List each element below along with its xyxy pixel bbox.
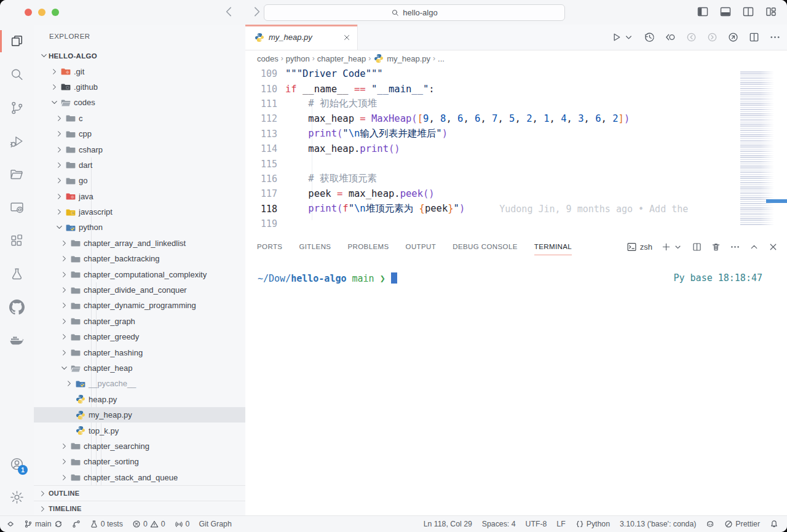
tree-item-chapter-heap[interactable]: chapter_heap xyxy=(34,360,245,376)
statusbar-git-graph[interactable]: Git Graph xyxy=(199,520,231,528)
statusbar-remote[interactable] xyxy=(6,520,15,528)
split-editor-button[interactable] xyxy=(748,31,760,43)
activity-explorer[interactable] xyxy=(0,25,34,58)
panel-tab-output[interactable]: OUTPUT xyxy=(406,234,437,259)
tree-item-cpp[interactable]: cpp xyxy=(34,126,245,141)
breadcrumb-item[interactable]: chapter_heap xyxy=(317,54,366,63)
statusbar-feedback[interactable]: 0 xyxy=(175,520,190,528)
tree-item-go[interactable]: go xyxy=(34,173,245,188)
activity-folder[interactable] xyxy=(0,157,34,191)
tree-item--pycache-[interactable]: __pycache__ xyxy=(34,376,245,391)
tree-item-chapter-array-and-linkedlist[interactable]: chapter_array_and_linkedlist xyxy=(34,236,245,251)
activity-docker[interactable] xyxy=(0,324,34,357)
customize-layout-icon[interactable] xyxy=(765,6,777,18)
close-window-button[interactable] xyxy=(25,9,32,16)
minimize-window-button[interactable] xyxy=(38,9,45,16)
breadcrumb-item[interactable]: codes xyxy=(257,54,279,63)
tree-item-chapter-graph[interactable]: chapter_graph xyxy=(34,314,245,329)
previous-change-button[interactable] xyxy=(686,31,697,43)
activity-remote-explorer[interactable] xyxy=(0,191,34,224)
zoom-window-button[interactable] xyxy=(52,9,59,16)
kill-terminal-button[interactable] xyxy=(711,242,721,252)
tree-item-chapter-divide-and-conquer[interactable]: chapter_divide_and_conquer xyxy=(34,282,245,298)
source-control-icon xyxy=(9,100,25,116)
new-terminal-button[interactable] xyxy=(661,242,683,252)
statusbar-encoding[interactable]: UTF-8 xyxy=(526,520,547,528)
toggle-panel-icon[interactable] xyxy=(719,6,732,18)
panel-tab-ports[interactable]: PORTS xyxy=(257,234,282,259)
panel-tab-gitlens[interactable]: GITLENS xyxy=(299,234,331,259)
tree-item-c[interactable]: c xyxy=(34,111,245,126)
activity-testing[interactable] xyxy=(0,257,34,290)
navigate-forward-icon[interactable] xyxy=(250,5,263,18)
close-panel-button[interactable] xyxy=(768,242,778,252)
tab-my-heap[interactable]: my_heap.py xyxy=(245,25,358,50)
statusbar-tests[interactable]: 0 tests xyxy=(90,520,123,528)
next-change-button[interactable] xyxy=(706,31,718,43)
terminal[interactable]: ~/Dow/hello-algo main ❯ Py base 18:18:47 xyxy=(245,259,787,284)
tree-item--github[interactable]: .github xyxy=(34,79,245,95)
tree-item-csharp[interactable]: csharp xyxy=(34,141,245,157)
terminal-more-actions-button[interactable] xyxy=(730,242,740,252)
maximize-panel-button[interactable] xyxy=(749,242,759,252)
activity-extensions[interactable] xyxy=(0,224,34,257)
panel-tab-debug-console[interactable]: DEBUG CONSOLE xyxy=(453,234,518,259)
tree-item-chapter-searching[interactable]: chapter_searching xyxy=(34,439,245,454)
tree-item-java[interactable]: java xyxy=(34,189,245,204)
activity-search[interactable] xyxy=(0,58,34,91)
toggle-sidebar-icon[interactable] xyxy=(697,6,709,18)
tree-item-chapter-sorting[interactable]: chapter_sorting xyxy=(34,454,245,469)
statusbar-notifications[interactable] xyxy=(770,520,778,528)
tree-item-chapter-stack-and-queue[interactable]: chapter_stack_and_queue xyxy=(34,470,245,485)
statusbar-prettier[interactable]: Prettier xyxy=(724,520,760,528)
tree-item-chapter-backtracking[interactable]: chapter_backtracking xyxy=(34,251,245,266)
statusbar-cursor-position[interactable]: Ln 118, Col 29 xyxy=(424,520,472,528)
activity-settings[interactable] xyxy=(0,480,34,514)
tree-item-codes[interactable]: codes xyxy=(34,95,245,110)
split-editor-icon[interactable] xyxy=(742,6,754,18)
statusbar-branch[interactable]: main xyxy=(24,520,63,528)
minimap[interactable] xyxy=(735,69,787,232)
breadcrumb-item[interactable]: my_heap.py xyxy=(373,54,430,64)
split-terminal-button[interactable] xyxy=(692,242,702,252)
panel-tab-problems[interactable]: PROBLEMS xyxy=(347,234,389,259)
statusbar-copilot[interactable] xyxy=(706,520,714,528)
statusbar-python-interpreter[interactable]: 3.10.13 ('base': conda) xyxy=(620,520,696,528)
open-revision-button[interactable] xyxy=(727,31,739,43)
activity-run-debug[interactable] xyxy=(0,124,34,157)
tree-item-python[interactable]: python xyxy=(34,220,245,235)
close-tab-icon[interactable] xyxy=(342,33,351,42)
statusbar-eol[interactable]: LF xyxy=(556,520,565,528)
activity-github[interactable] xyxy=(0,290,34,324)
navigate-back-icon[interactable] xyxy=(223,5,236,18)
tree-item-chapter-computational-complexity[interactable]: chapter_computational_complexity xyxy=(34,266,245,282)
tree-item-javascript[interactable]: JSjavascript xyxy=(34,204,245,220)
panel-tab-terminal[interactable]: TERMINAL xyxy=(534,234,572,259)
tree-item-my-heap-py[interactable]: my_heap.py xyxy=(34,407,245,423)
tree-item-top-k-py[interactable]: top_k.py xyxy=(34,423,245,438)
tree-item-chapter-hashing[interactable]: chapter_hashing xyxy=(34,344,245,360)
statusbar-gitlens[interactable] xyxy=(72,520,81,528)
breadcrumb-item[interactable]: python xyxy=(286,54,310,63)
outline-section[interactable]: OUTLINE xyxy=(34,485,245,501)
open-changes-button[interactable] xyxy=(665,31,676,43)
tree-item-hello-algo[interactable]: HELLO-ALGO xyxy=(34,48,245,63)
activity-accounts[interactable]: 1 xyxy=(0,447,34,480)
run-python-file-button[interactable] xyxy=(611,31,635,43)
statusbar-indentation[interactable]: Spaces: 4 xyxy=(482,520,516,528)
command-center-search[interactable]: hello-algo xyxy=(264,4,565,21)
file-history-button[interactable] xyxy=(644,31,655,43)
tree-item-heap-py[interactable]: heap.py xyxy=(34,392,245,407)
more-actions-button[interactable] xyxy=(769,31,781,43)
activity-source-control[interactable] xyxy=(0,91,34,124)
code-editor[interactable]: 109"""Driver Code"""110if __name__ == "_… xyxy=(245,66,787,234)
launch-profile-zsh[interactable]: zsh xyxy=(627,242,652,252)
statusbar-problems[interactable]: 00 xyxy=(132,520,165,528)
statusbar-language-mode[interactable]: Python xyxy=(575,520,610,528)
breadcrumb-item[interactable]: ... xyxy=(438,54,445,63)
tree-item-dart[interactable]: dart xyxy=(34,157,245,173)
tree-item-chapter-dynamic-programming[interactable]: chapter_dynamic_programming xyxy=(34,298,245,313)
timeline-section[interactable]: TIMELINE xyxy=(34,501,245,516)
tree-item-chapter-greedy[interactable]: chapter_greedy xyxy=(34,329,245,344)
tree-item--git[interactable]: .git xyxy=(34,63,245,79)
